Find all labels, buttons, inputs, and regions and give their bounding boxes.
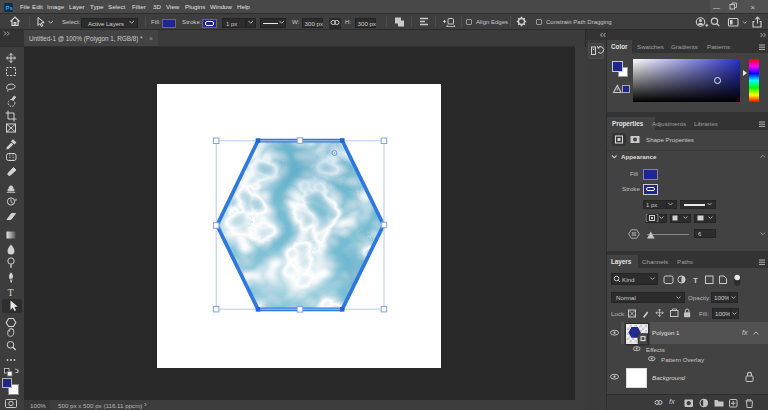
svg-text:T: T: [8, 287, 14, 298]
svg-text:T: T: [693, 276, 698, 285]
